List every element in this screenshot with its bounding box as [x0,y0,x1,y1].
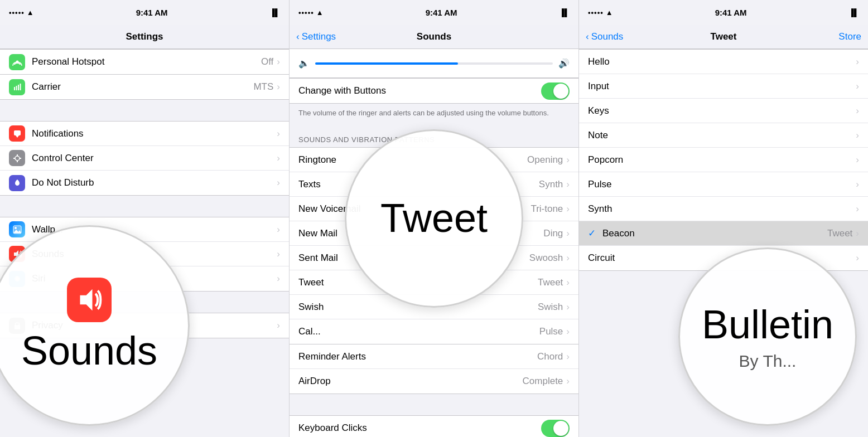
keys-item[interactable]: Keys › [579,99,868,123]
carrier-item[interactable]: Carrier MTS › [0,75,289,99]
chevron-tweet: › [566,277,570,288]
personal-hotspot-item[interactable]: Personal Hotspot Off › [0,50,289,74]
battery-icon-2: ▐▌ [560,8,570,17]
status-right-3: ▐▌ [849,8,859,17]
status-bar-3: ••••• ▲ 9:41 AM ▐▌ [579,0,868,25]
nav-bar-2: ‹ Settings Sounds [290,25,578,49]
synth-item[interactable]: Synth › [579,197,868,221]
chevron-pulse: › [856,179,859,190]
magnifier-text-2: Tweet [380,196,488,240]
battery-icon-3: ▐▌ [849,8,859,17]
status-right-2: ▐▌ [560,8,570,17]
change-buttons-desc: The volume of the ringer and alerts can … [290,104,578,126]
back-button-3[interactable]: ‹ Sounds [586,31,623,42]
chevron-texts: › [566,179,570,190]
svg-rect-9 [17,161,18,162]
wifi-icon-1: ▲ [27,8,34,17]
volume-track [315,62,553,65]
synth-label: Synth [588,203,856,215]
keyboard-toggle-knob [553,421,568,436]
airdrop-item[interactable]: AirDrop Complete › [290,369,578,394]
store-label: Store [838,31,861,42]
dnd-item[interactable]: Do Not Disturb › [0,171,289,195]
texts-value: Synth [539,179,563,190]
status-left-2: ••••• ▲ [298,8,324,17]
calendar-alerts-label: Cal... [298,326,539,337]
svg-point-13 [15,227,17,229]
magnifier-2: Tweet [345,129,523,308]
chevron-calendar: › [566,326,570,337]
keyboard-toggle[interactable] [541,420,570,437]
svg-rect-3 [18,85,19,90]
chevron-notifications: › [277,128,280,139]
beacon-item[interactable]: ✓ Beacon Tweet › [579,221,868,246]
carrier-icon [9,79,25,95]
spacer-1 [0,100,289,121]
status-left-3: ••••• ▲ [588,8,613,17]
popcorn-item[interactable]: Popcorn › [579,148,868,172]
svg-rect-1 [14,87,15,90]
swish-value: Swish [538,302,563,313]
svg-point-7 [15,156,20,161]
chevron-new-mail: › [566,228,570,239]
note-item[interactable]: Note › [579,123,868,148]
store-button[interactable]: Store [838,31,861,42]
chevron-dnd: › [277,177,280,188]
chevron-wallpaper: › [277,224,280,235]
group-keyboard: Keyboard Clicks [290,415,578,437]
magnifier-text-1: Sounds [21,329,157,373]
chevron-siri: › [277,273,280,284]
input-item[interactable]: Input › [579,74,868,99]
nav-title-1: Settings [126,31,163,42]
new-voicemail-value: Tri-tone [531,203,563,215]
volume-low-icon: 🔈 [298,58,310,69]
reminder-alerts-label: Reminder Alerts [298,351,537,362]
reminder-alerts-value: Chord [537,351,563,362]
new-mail-value: Ding [543,228,563,239]
status-left-1: ••••• ▲ [9,8,34,17]
pulse-item[interactable]: Pulse › [579,172,868,197]
chevron-hello: › [856,56,859,67]
hello-item[interactable]: Hello › [579,50,868,74]
svg-rect-2 [16,86,17,90]
chevron-note: › [856,130,859,141]
group-system: Notifications › Control Center › Do Not … [0,121,289,196]
group-carrier: Carrier MTS › [0,75,289,100]
volume-slider-row: 🔈 🔊 [298,58,570,69]
sent-mail-value: Swoosh [529,253,563,264]
nav-title-3: Tweet [711,31,737,42]
notifications-item[interactable]: Notifications › [0,122,289,146]
nav-title-2: Sounds [417,31,451,42]
keyboard-clicks-item[interactable]: Keyboard Clicks [290,416,578,437]
chevron-new-voicemail: › [566,203,570,215]
change-with-buttons-item[interactable]: Change with Buttons [290,79,578,103]
hotspot-label: Personal Hotspot [32,56,261,67]
control-center-item[interactable]: Control Center › [0,146,289,171]
popcorn-label: Popcorn [588,154,856,166]
keyboard-clicks-label: Keyboard Clicks [298,423,541,434]
chevron-carrier: › [277,81,280,93]
back-chevron-3: ‹ [586,31,589,42]
svg-marker-6 [16,135,19,138]
group-tweet-sounds: Hello › Input › Keys › Note › Popcorn › … [579,49,868,271]
notifications-icon [9,125,25,142]
tweet-panel: ••••• ▲ 9:41 AM ▐▌ ‹ Sounds Tweet Store … [579,0,868,437]
back-label-3: Sounds [591,31,624,42]
chevron-circuit: › [856,253,859,264]
time-2: 9:41 AM [426,8,457,17]
control-center-icon [9,150,25,166]
svg-rect-11 [20,158,21,159]
group-change-buttons: Change with Buttons [290,78,578,104]
change-buttons-toggle[interactable] [541,82,570,100]
signal-dots-1: ••••• [9,8,25,17]
signal-dots-3: ••••• [588,8,604,17]
chevron-privacy: › [277,320,280,331]
back-button-2[interactable]: ‹ Settings [296,31,336,42]
time-1: 9:41 AM [136,8,168,17]
reminder-alerts-item[interactable]: Reminder Alerts Chord › [290,344,578,369]
status-bar-1: ••••• ▲ 9:41 AM ▐▌ [0,0,289,25]
hotspot-value: Off [261,56,273,67]
group-alerts: Reminder Alerts Chord › AirDrop Complete… [290,344,578,394]
calendar-alerts-item[interactable]: Cal... Pulse › [290,319,578,344]
carrier-value: MTS [253,81,273,93]
